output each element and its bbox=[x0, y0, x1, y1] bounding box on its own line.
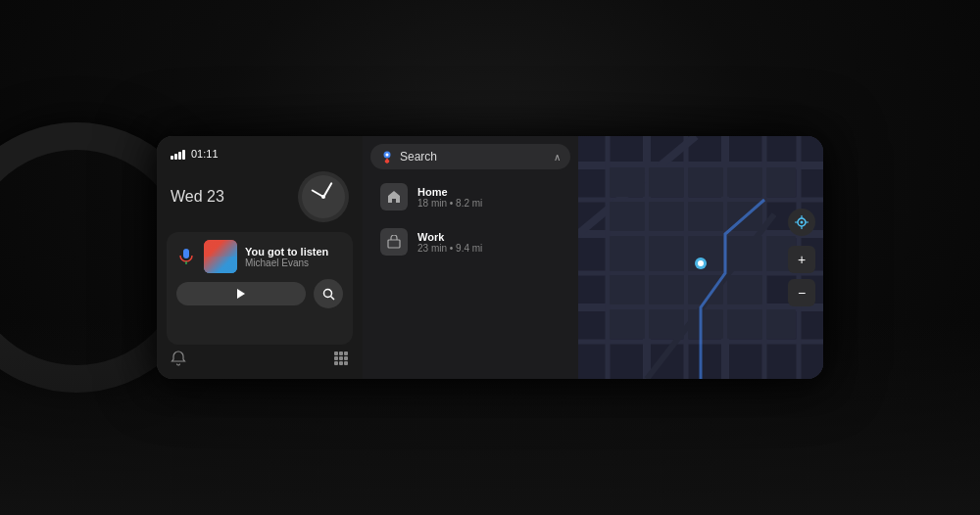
navigation-panel: Search ∧ Home 18 min • 8.2 mi bbox=[363, 136, 578, 379]
music-controls bbox=[176, 279, 343, 308]
play-button[interactable] bbox=[176, 282, 306, 305]
status-bar: 01:11 bbox=[167, 146, 353, 162]
svg-rect-53 bbox=[610, 309, 645, 339]
map-panel: + − bbox=[578, 136, 823, 379]
svg-rect-0 bbox=[183, 249, 189, 258]
nav-home-item[interactable]: Home 18 min • 8.2 mi bbox=[370, 175, 570, 218]
home-details: 18 min • 8.2 mi bbox=[417, 198, 482, 209]
work-text: Work 23 min • 9.4 mi bbox=[417, 231, 482, 254]
zoom-in-button[interactable]: + bbox=[788, 246, 815, 273]
svg-rect-47 bbox=[727, 236, 762, 271]
apps-grid-icon[interactable] bbox=[333, 351, 349, 369]
svg-point-59 bbox=[698, 260, 704, 266]
left-panel: 01:11 Wed 23 bbox=[157, 136, 363, 379]
clock-center-dot bbox=[321, 195, 325, 199]
work-icon bbox=[380, 228, 408, 256]
svg-rect-11 bbox=[334, 356, 338, 360]
svg-rect-49 bbox=[610, 275, 645, 304]
svg-rect-3 bbox=[204, 257, 237, 273]
svg-point-6 bbox=[323, 289, 331, 297]
svg-rect-15 bbox=[339, 361, 343, 365]
svg-point-18 bbox=[386, 154, 389, 157]
svg-rect-8 bbox=[334, 351, 338, 355]
work-details: 23 min • 9.4 mi bbox=[417, 243, 482, 254]
clock-face bbox=[302, 175, 345, 218]
date-clock-row: Wed 23 bbox=[167, 167, 353, 226]
nav-suggestions-list: Home 18 min • 8.2 mi Work 23 min • 9.4 m… bbox=[363, 175, 578, 263]
svg-rect-13 bbox=[344, 356, 348, 360]
date-text: Wed 23 bbox=[171, 188, 224, 206]
svg-rect-41 bbox=[649, 202, 684, 231]
music-text: You got to listen Michael Evans bbox=[245, 246, 343, 268]
svg-rect-12 bbox=[339, 356, 343, 360]
search-label: Search bbox=[400, 150, 548, 164]
artist-name: Michael Evans bbox=[245, 258, 343, 268]
svg-rect-42 bbox=[688, 202, 723, 231]
svg-rect-50 bbox=[649, 275, 684, 304]
svg-rect-35 bbox=[610, 167, 645, 197]
svg-line-7 bbox=[330, 296, 334, 300]
time-display: 01:11 bbox=[191, 148, 219, 160]
svg-rect-38 bbox=[727, 167, 762, 197]
svg-rect-2 bbox=[204, 240, 237, 273]
svg-rect-19 bbox=[388, 240, 400, 248]
home-text: Home 18 min • 8.2 mi bbox=[417, 186, 482, 209]
nav-search-bar[interactable]: Search ∧ bbox=[370, 144, 570, 169]
music-section: You got to listen Michael Evans bbox=[167, 232, 353, 345]
signal-icon bbox=[171, 148, 185, 160]
svg-rect-16 bbox=[344, 361, 348, 365]
svg-rect-39 bbox=[766, 167, 796, 197]
svg-rect-36 bbox=[649, 167, 684, 197]
svg-rect-37 bbox=[688, 167, 723, 197]
notification-bell-icon[interactable] bbox=[171, 351, 186, 369]
zoom-out-button[interactable]: − bbox=[788, 279, 815, 306]
svg-rect-55 bbox=[688, 309, 723, 339]
svg-rect-10 bbox=[344, 351, 348, 355]
home-icon bbox=[380, 183, 408, 211]
album-art bbox=[204, 240, 237, 273]
svg-rect-9 bbox=[339, 351, 343, 355]
search-music-button[interactable] bbox=[314, 279, 343, 308]
svg-rect-57 bbox=[766, 309, 796, 339]
svg-rect-4 bbox=[204, 267, 237, 273]
svg-point-61 bbox=[801, 221, 804, 224]
music-info-row: You got to listen Michael Evans bbox=[176, 240, 343, 273]
work-label: Work bbox=[417, 231, 482, 243]
svg-rect-56 bbox=[727, 309, 762, 339]
svg-rect-45 bbox=[649, 236, 684, 271]
song-title: You got to listen bbox=[245, 246, 343, 258]
maps-pin-icon bbox=[380, 150, 394, 164]
svg-rect-52 bbox=[727, 275, 762, 304]
map-controls: + − bbox=[788, 209, 815, 306]
clock-widget bbox=[298, 171, 349, 222]
svg-rect-40 bbox=[610, 202, 645, 231]
map-svg bbox=[578, 136, 823, 379]
nav-work-item[interactable]: Work 23 min • 9.4 mi bbox=[370, 220, 570, 263]
bottom-icons bbox=[167, 351, 353, 369]
home-label: Home bbox=[417, 186, 482, 198]
svg-rect-44 bbox=[610, 236, 645, 271]
android-auto-screen: 01:11 Wed 23 bbox=[157, 136, 823, 379]
svg-rect-54 bbox=[649, 309, 684, 339]
chevron-up-icon: ∧ bbox=[554, 152, 561, 163]
svg-rect-14 bbox=[334, 361, 338, 365]
my-location-button[interactable] bbox=[788, 209, 815, 236]
mic-icon bbox=[176, 247, 196, 266]
svg-marker-5 bbox=[237, 289, 245, 299]
